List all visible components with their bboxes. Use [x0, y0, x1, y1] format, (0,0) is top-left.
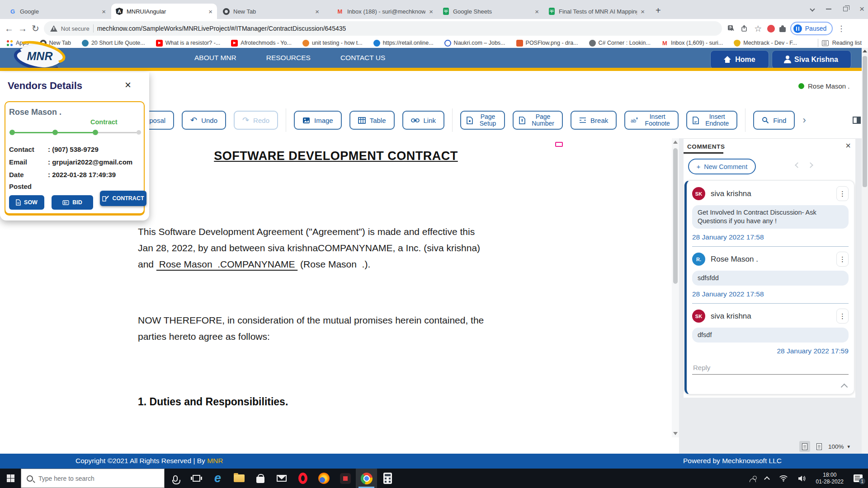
tab-close-icon[interactable]: ×: [429, 8, 433, 15]
tray-expand-icon[interactable]: [764, 476, 770, 482]
store-button[interactable]: [250, 469, 271, 488]
translate-icon[interactable]: [726, 24, 736, 33]
wifi-icon[interactable]: [779, 475, 788, 482]
next-comment-arrow-icon[interactable]: [807, 162, 813, 168]
reading-list-button[interactable]: Reading list: [818, 39, 862, 47]
toolbar-overflow-chevron-icon[interactable]: ›: [802, 114, 806, 126]
tab-close-icon[interactable]: ×: [535, 8, 539, 15]
new-tab-button[interactable]: +: [656, 5, 661, 16]
back-icon[interactable]: ←: [5, 23, 14, 34]
tab-mnruiangular[interactable]: A MNRUIAngular ×: [111, 4, 217, 19]
bookmark-retail[interactable]: https://retail.online...: [373, 40, 434, 47]
footer-brand-link[interactable]: MNR: [207, 457, 223, 465]
find-button[interactable]: Find: [753, 111, 795, 130]
bookmark-quotes[interactable]: 20 Short Life Quote...: [82, 40, 145, 47]
file-explorer-button[interactable]: [228, 469, 250, 488]
comment-anchor-marker[interactable]: [555, 142, 563, 147]
opera-button[interactable]: [292, 469, 313, 488]
start-button[interactable]: [0, 474, 21, 482]
edge-taskbar-button[interactable]: Me: [207, 469, 228, 488]
extensions-puzzle-icon[interactable]: [779, 27, 786, 32]
scroll-down-icon[interactable]: [673, 432, 678, 435]
new-comment-button[interactable]: + New Comment: [688, 159, 756, 174]
share-icon[interactable]: [740, 24, 749, 33]
browser-menu-icon[interactable]: ⋮: [837, 24, 845, 33]
scrollbar-thumb[interactable]: [673, 148, 678, 284]
comment-menu-icon[interactable]: ⋮: [836, 309, 849, 324]
bookmark-posflow[interactable]: POSFlow.png - dra...: [516, 40, 578, 47]
user-button[interactable]: Siva Krishna: [772, 51, 851, 69]
prev-comment-arrow-icon[interactable]: [795, 162, 801, 168]
tab-google[interactable]: G Google ×: [5, 4, 110, 19]
comment-menu-icon[interactable]: ⋮: [836, 186, 849, 201]
tab-final-tests[interactable]: Final Tests of MNR AI Mapping S ×: [543, 4, 649, 19]
nav-about-mnr[interactable]: ABOUT MNR: [194, 54, 236, 62]
home-button[interactable]: Home: [711, 51, 769, 69]
not-secure-warning-icon[interactable]: [50, 25, 57, 32]
document-scrollbar[interactable]: [672, 138, 679, 437]
insert-footnote-button[interactable]: ab Insert Footnote: [624, 111, 679, 130]
restore-icon[interactable]: [843, 7, 848, 11]
url-field[interactable]: Not secure mechknow.com/SampleWorks/MNRL…: [44, 21, 722, 36]
bookmark-star-icon[interactable]: ☆: [754, 24, 763, 33]
url-text[interactable]: mechknow.com/SampleWorks/MNRLiveProject/…: [97, 25, 346, 32]
link-button[interactable]: Link: [402, 111, 445, 130]
chevron-down-icon[interactable]: [810, 6, 815, 11]
sync-paused-button[interactable]: Paused: [790, 22, 833, 35]
nav-resources[interactable]: RESOURCES: [266, 54, 311, 62]
adblock-extension-icon[interactable]: [767, 25, 775, 33]
redo-button[interactable]: ↷ Redo: [234, 111, 278, 130]
contract-button[interactable]: CONTRACT: [100, 191, 146, 206]
bookmark-naukri[interactable]: Naukri.com – Jobs...: [444, 40, 505, 47]
calculator-button[interactable]: [377, 469, 398, 488]
bookmark-csharp-corner[interactable]: C# Corner : Lookin...: [589, 40, 651, 47]
side-panel-toggle-icon[interactable]: [853, 117, 861, 124]
page-number-button[interactable]: Page Number: [513, 111, 563, 130]
bookmark-resistor[interactable]: What is a resistor? -...: [156, 40, 221, 47]
adobe-app-button[interactable]: [335, 469, 356, 488]
comment-menu-icon[interactable]: ⋮: [836, 252, 849, 267]
page-scrollbar[interactable]: [862, 48, 868, 454]
popup-close-icon[interactable]: ×: [125, 79, 131, 91]
tab-gmail-inbox[interactable]: M Inbox (188) - suri@mechknowso ×: [332, 4, 438, 19]
comments-close-icon[interactable]: ×: [845, 141, 851, 151]
search-input[interactable]: [38, 475, 147, 482]
volume-icon[interactable]: [798, 475, 806, 482]
undo-button[interactable]: ↶ Undo: [182, 111, 226, 130]
bookmark-inbox[interactable]: MInbox (1,609) - suri...: [661, 40, 723, 47]
scroll-up-icon[interactable]: [863, 50, 867, 52]
chrome-button[interactable]: [356, 469, 377, 488]
tab-close-icon[interactable]: ×: [208, 8, 212, 15]
insert-endnote-button[interactable]: Insert Endnote: [686, 111, 737, 130]
nav-contact-us[interactable]: CONTACT US: [340, 54, 385, 62]
forward-icon[interactable]: →: [18, 23, 27, 34]
taskbar-clock[interactable]: 18:00 01-28-2022: [816, 472, 844, 485]
firefox-button[interactable]: [313, 469, 335, 488]
table-button[interactable]: Table: [349, 111, 395, 130]
sow-button[interactable]: SOW: [9, 195, 44, 210]
bid-button[interactable]: $= BID: [52, 195, 93, 210]
tab-google-sheets[interactable]: Google Sheets ×: [438, 4, 543, 19]
minimize-icon[interactable]: [826, 9, 831, 9]
people-icon[interactable]: [750, 476, 755, 481]
tab-newtab[interactable]: New Tab ×: [218, 4, 324, 19]
taskbar-search[interactable]: [21, 469, 165, 488]
zoom-level[interactable]: 100%: [828, 443, 844, 450]
tab-close-icon[interactable]: ×: [641, 8, 645, 15]
bookmark-afrotechmods[interactable]: Afrotechmods - Yo...: [231, 40, 292, 47]
close-window-icon[interactable]: ×: [859, 5, 864, 13]
mnr-logo[interactable]: MNR: [16, 44, 63, 68]
bookmark-mechtrack[interactable]: Mechtrack - Dev - F...: [734, 40, 797, 47]
zoom-caret-icon[interactable]: ▾: [848, 444, 850, 450]
tab-close-icon[interactable]: ×: [315, 8, 319, 15]
mail-button[interactable]: [271, 469, 292, 488]
action-center-icon[interactable]: 1: [854, 474, 863, 482]
tab-close-icon[interactable]: ×: [102, 8, 106, 15]
bookmark-unit-testing[interactable]: unit testing - how t...: [302, 40, 363, 47]
break-button[interactable]: Break: [571, 111, 617, 130]
scrollbar-thumb[interactable]: [863, 56, 867, 187]
collapse-chevron-icon[interactable]: [841, 384, 848, 391]
microphone-button[interactable]: [165, 469, 186, 488]
reload-icon[interactable]: ↻: [32, 23, 39, 34]
web-layout-button[interactable]: [814, 441, 825, 452]
